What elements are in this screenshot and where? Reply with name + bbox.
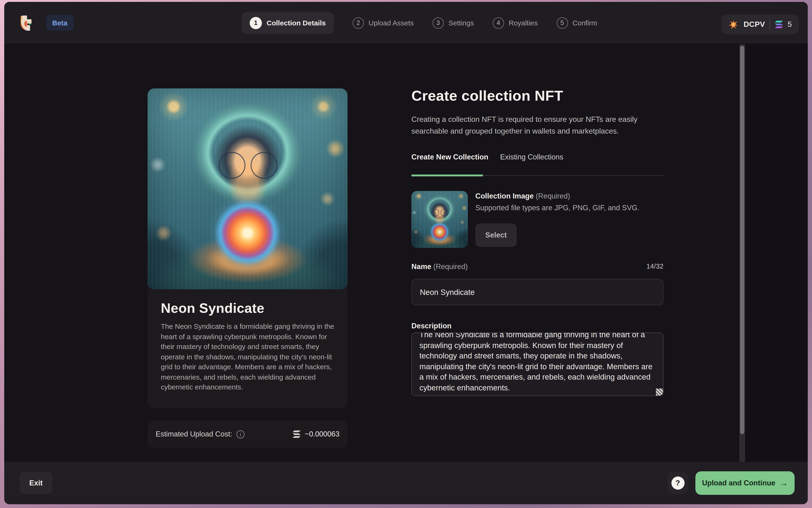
step-3-label: Settings [449,19,474,27]
upload-and-continue-label: Upload and Continue [702,479,775,487]
page-subtitle: Creating a collection NFT is required to… [411,113,656,137]
preview-title: Neon Syndicate [161,301,265,316]
name-label: Name [411,262,431,270]
description-label: Description [411,322,452,330]
collection-preview-card: Neon Syndicate The Neon Syndicate is a f… [148,88,348,408]
select-image-button[interactable]: Select [476,223,517,247]
collection-image-thumb-art [411,191,468,248]
name-required-note: (Required) [433,262,467,270]
tab-create-new-collection[interactable]: Create New Collection [411,153,488,166]
step-5-circle: 5 [556,17,568,29]
desktop-gradient-frame: Beta 1 Collection Details 2 Upload Asset… [0,0,812,508]
wallet-divider [770,19,770,30]
name-input[interactable] [411,279,664,305]
page-title: Create collection NFT [411,87,563,104]
right-gutter [746,44,808,462]
collection-tabs: Create New Collection Existing Collectio… [411,153,563,166]
page-scrollbar-thumb[interactable] [740,46,744,434]
solana-icon-gray [293,430,301,438]
wizard-stepper: 1 Collection Details 2 Upload Assets 3 S… [242,2,597,44]
wallet-name: DCPV [743,20,765,29]
description-textarea[interactable]: The Neon Syndicate is a formidable gang … [411,333,664,396]
upload-cost-card: Estimated Upload Cost: i ~0.000063 [148,421,348,448]
collection-image-hint: Supported file types are JPG, PNG, GIF, … [476,204,639,212]
app-window: Beta 1 Collection Details 2 Upload Asset… [4,2,808,504]
upload-and-continue-button[interactable]: Upload and Continue → [695,471,795,495]
info-icon[interactable]: i [236,430,244,438]
main-content: Neon Syndicate The Neon Syndicate is a f… [4,44,808,462]
step-2-circle: 2 [353,17,364,29]
upload-cost-value: ~0.000063 [305,430,340,438]
page-scrollbar-track[interactable] [738,44,746,462]
step-royalties[interactable]: 4 Royalties [493,17,538,29]
question-mark-icon: ? [671,476,684,490]
step-2-label: Upload Assets [369,19,414,27]
textarea-resize-grip[interactable] [656,388,663,395]
collection-image-thumbnail[interactable] [411,191,468,248]
tab-existing-collections[interactable]: Existing Collections [500,153,563,166]
beta-badge-label: Beta [52,19,67,27]
starburst-icon [728,19,739,30]
step-4-circle: 4 [493,17,504,29]
wallet-balance: 5 [787,20,792,29]
create-collection-form: Create collection NFT Creating a collect… [411,44,664,462]
help-button[interactable]: ? [667,472,688,494]
collection-image-label: Collection Image [476,192,534,200]
name-char-counter: 14/32 [646,262,664,270]
step-1-label: Collection Details [267,19,326,27]
step-3-circle: 3 [433,17,444,29]
step-collection-details[interactable]: 1 Collection Details [242,12,334,34]
solana-icon [775,21,783,28]
preview-description: The Neon Syndicate is a formidable gang … [161,321,336,392]
step-confirm[interactable]: 5 Confirm [556,17,597,29]
beta-badge: Beta [46,15,74,31]
arrow-right-icon: → [779,478,788,488]
app-logo-icon[interactable] [17,13,36,32]
upload-cost-label: Estimated Upload Cost: [155,430,232,438]
description-field: The Neon Syndicate is a formidable gang … [411,333,664,396]
collection-artwork [148,88,348,289]
collection-image-heading: Collection Image (Required) [476,192,570,200]
step-settings[interactable]: 3 Settings [433,17,474,29]
step-5-label: Confirm [573,19,597,27]
bottom-bar: Exit ? Upload and Continue → [4,462,808,504]
exit-button[interactable]: Exit [20,472,52,494]
artwork-glasses-detail [148,88,348,289]
step-1-circle: 1 [250,17,262,29]
active-tab-underline [411,174,483,176]
top-bar: Beta 1 Collection Details 2 Upload Asset… [4,2,808,44]
step-4-label: Royalties [509,19,538,27]
step-upload-assets[interactable]: 2 Upload Assets [353,17,414,29]
wallet-pill[interactable]: DCPV 5 [721,14,799,34]
name-field-heading: Name (Required) [411,262,664,271]
